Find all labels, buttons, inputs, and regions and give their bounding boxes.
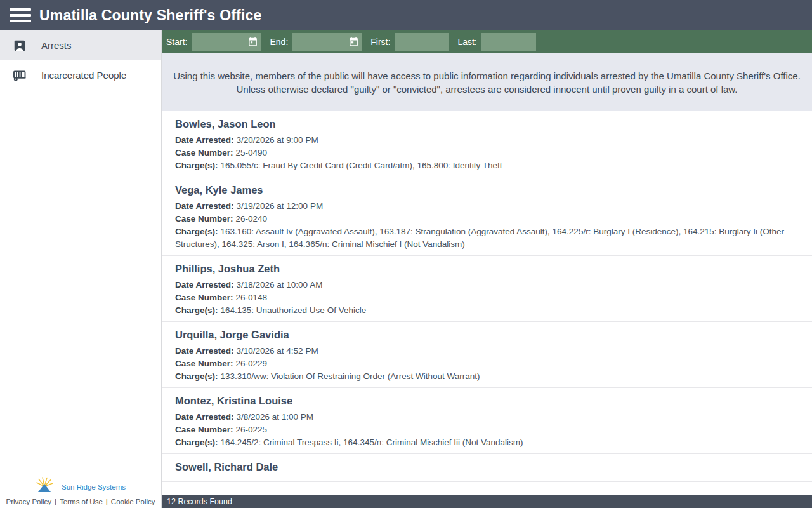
record-case-number: Case Number:26-0240 [175,213,802,225]
filter-bar: Start: End: [162,30,812,53]
date-arrested-label: Date Arrested: [175,201,234,211]
record-name: Montez, Kristina Louise [175,394,802,407]
charges-value: 163.160: Assault Iv (Aggravated Assault)… [175,227,784,249]
record-case-number: Case Number:26-0229 [175,358,802,370]
case-number-label: Case Number: [175,293,233,302]
person-badge-icon [12,39,27,53]
start-date-label: Start: [166,37,187,47]
record-date-arrested: Date Arrested:3/8/2026 at 1:00 PM [175,411,802,424]
arrest-record[interactable]: Urquilla, Jorge Gavidia Date Arrested:3/… [162,322,812,388]
sidebar: Arrests Incarcerated People [0,30,162,508]
record-name: Urquilla, Jorge Gavidia [175,328,802,341]
sidebar-item-incarcerated-people[interactable]: Incarcerated People [0,60,161,90]
date-arrested-value: 3/20/2026 at 9:00 PM [237,135,318,145]
policy-links: Privacy Policy|Terms of Use|Cookie Polic… [0,498,161,505]
case-number-value: 26-0148 [236,293,268,302]
arrest-record[interactable]: Montez, Kristina Louise Date Arrested:3/… [162,388,812,454]
date-arrested-label: Date Arrested: [175,280,234,290]
record-charges: Charge(s):164.135: Unauthorized Use Of V… [175,304,802,317]
sidebar-item-label: Incarcerated People [41,70,126,81]
link-separator: | [106,498,108,505]
record-name: Bowles, Jason Leon [175,117,802,130]
case-number-value: 26-0225 [236,425,268,434]
record-charges: Charge(s):164.245/2: Criminal Trespass I… [175,436,802,449]
date-arrested-value: 3/8/2026 at 1:00 PM [237,412,314,422]
arrest-record[interactable]: Sowell, Richard Dale [162,454,812,482]
record-charges: Charge(s):165.055/c: Fraud By Credit Car… [175,159,802,172]
record-name: Vega, Kyle James [175,184,802,196]
vendor-logo[interactable]: Sun Ridge Systems [0,477,161,497]
end-date-label: End: [270,37,288,47]
charges-value: 133.310/ww: Violation Of Restraining Ord… [221,371,480,381]
case-number-value: 25-0490 [236,148,268,157]
sidebar-item-arrests[interactable]: Arrests [0,30,161,60]
date-arrested-label: Date Arrested: [175,412,234,422]
arrest-record[interactable]: Bowles, Jason Leon Date Arrested:3/20/20… [162,111,812,177]
charges-label: Charge(s): [175,438,218,447]
record-date-arrested: Date Arrested:3/19/2026 at 12:00 PM [175,200,802,213]
arrest-record[interactable]: Phillips, Joshua Zeth Date Arrested:3/18… [162,256,812,322]
case-number-value: 26-0240 [236,214,268,224]
app-root: Umatilla County Sheriff's Office Arrests [0,0,812,508]
date-arrested-value: 3/10/2026 at 4:52 PM [237,346,318,356]
start-date-field[interactable] [192,33,261,51]
record-name: Phillips, Joshua Zeth [175,262,802,275]
records-list: Bowles, Jason Leon Date Arrested:3/20/20… [162,111,812,495]
charges-label: Charge(s): [175,305,218,315]
first-name-field[interactable] [395,33,449,51]
disclaimer-banner: Using this website, members of the publi… [162,53,812,111]
end-date-field[interactable] [292,33,362,51]
sun-ridge-logo-icon [36,477,58,497]
last-name-input[interactable] [481,33,536,51]
date-arrested-label: Date Arrested: [175,135,234,145]
status-bar: 12 Records Found [162,495,812,508]
last-name-label: Last: [457,37,476,47]
calendar-icon[interactable] [247,36,258,50]
page-title: Umatilla County Sheriff's Office [39,7,262,24]
charges-value: 164.245/2: Criminal Trespass Ii, 164.345… [221,438,523,447]
arrest-record[interactable]: Vega, Kyle James Date Arrested:3/19/2026… [162,177,812,256]
charges-value: 165.055/c: Fraud By Credit Card (Credit … [221,161,502,170]
record-charges: Charge(s):133.310/ww: Violation Of Restr… [175,370,802,383]
charges-label: Charge(s): [175,371,218,381]
record-date-arrested: Date Arrested:3/18/2026 at 10:00 AM [175,279,802,291]
main-content: Start: End: [162,30,812,508]
record-case-number: Case Number:26-0148 [175,291,802,304]
calendar-icon[interactable] [348,36,359,50]
date-arrested-value: 3/18/2026 at 10:00 AM [237,280,323,290]
first-name-label: First: [370,37,390,47]
case-number-label: Case Number: [175,359,233,368]
case-number-value: 26-0229 [236,359,268,368]
record-case-number: Case Number:26-0225 [175,424,802,436]
case-number-label: Case Number: [175,425,233,434]
date-arrested-label: Date Arrested: [175,346,234,356]
record-case-number: Case Number:25-0490 [175,147,802,159]
first-name-input[interactable] [395,33,449,51]
case-number-label: Case Number: [175,148,233,157]
disclaimer-text: Using this website, members of the publi… [171,70,803,96]
charges-label: Charge(s): [175,227,218,236]
sidebar-footer: Sun Ridge Systems Privacy Policy|Terms o… [0,477,161,508]
link-separator: | [55,498,56,505]
jail-transport-icon [12,69,27,83]
menu-icon[interactable] [10,8,31,22]
vendor-logo-text: Sun Ridge Systems [62,483,126,491]
record-name: Sowell, Richard Dale [175,460,802,473]
app-header: Umatilla County Sheriff's Office [0,0,812,30]
last-name-field[interactable] [481,33,536,51]
sidebar-item-label: Arrests [41,40,72,51]
cookie-policy-link[interactable]: Cookie Policy [111,498,155,505]
records-found-count: 12 Records Found [167,497,232,506]
charges-label: Charge(s): [175,161,218,170]
record-date-arrested: Date Arrested:3/20/2026 at 9:00 PM [175,134,802,147]
charges-value: 164.135: Unauthorized Use Of Vehicle [221,305,367,315]
case-number-label: Case Number: [175,214,233,224]
record-charges: Charge(s):163.160: Assault Iv (Aggravate… [175,225,802,251]
privacy-policy-link[interactable]: Privacy Policy [6,498,52,505]
terms-of-use-link[interactable]: Terms of Use [60,498,103,505]
record-date-arrested: Date Arrested:3/10/2026 at 4:52 PM [175,345,802,358]
date-arrested-value: 3/19/2026 at 12:00 PM [237,201,324,211]
